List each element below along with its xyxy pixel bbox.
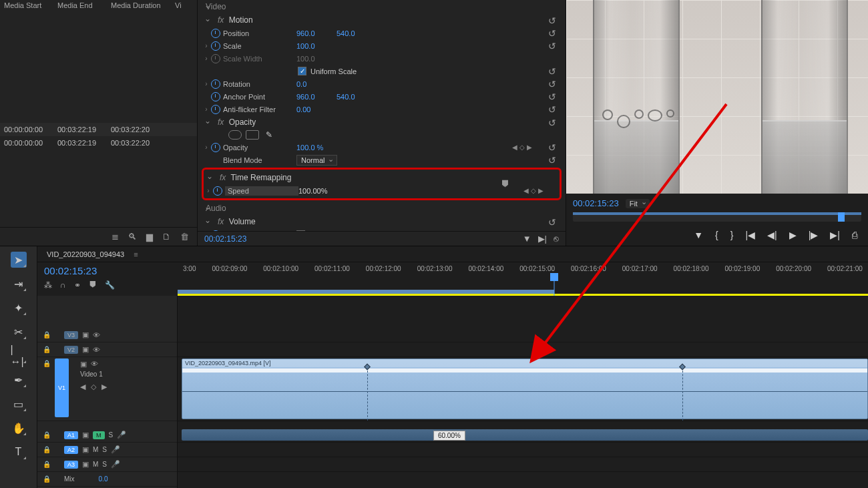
lock-icon[interactable]: 🔒 [43,431,51,439]
preview-playhead[interactable] [838,212,845,222]
speed-value[interactable]: 100.00% [298,187,327,195]
reset-icon[interactable]: ↺ [548,142,556,153]
preview-viewport[interactable] [566,0,868,194]
goto-in-icon[interactable]: |◀ [745,230,755,240]
position-y-value[interactable]: 540.0 [337,29,377,37]
mix-value[interactable]: 0.0 [99,475,108,483]
mute-button[interactable]: M [93,461,98,468]
magnet-icon[interactable]: ∩ [60,280,66,290]
keyframe-nav[interactable]: ◀ ◇ ▶ [512,144,532,151]
fx-motion[interactable]: fx Motion ↺ [202,13,566,27]
link-icon[interactable]: ⚭ [74,280,81,290]
track-content[interactable]: VID_20220903_094943.mp4 [V] 60.00% [178,296,868,488]
toggle-output-icon[interactable]: ▣ [80,360,87,369]
share-icon[interactable]: ⎋ [554,234,559,244]
toggle-output-icon[interactable]: ▣ [82,431,89,439]
keyframe-marker[interactable] [682,367,683,421]
new-bin-icon[interactable]: ▆ [146,232,153,242]
lock-icon[interactable]: 🔒 [43,446,51,453]
eye-icon[interactable]: 👁 [93,346,100,354]
uniform-scale-checkbox[interactable]: ✓ [298,67,306,75]
timeline-ruler[interactable]: 3:0000:02:09:0000:02:10:0000:02:11:0000:… [178,262,868,296]
col-video[interactable]: Vi [171,1,190,9]
track-badge[interactable]: V1 [55,358,69,417]
antiflicker-value[interactable]: 0.00 [296,105,337,113]
new-item-icon[interactable]: 🗋 [162,232,171,242]
reset-icon[interactable]: ↺ [548,15,556,26]
track-badge[interactable]: V2 [64,346,78,354]
razor-tool[interactable]: ✂ [11,324,27,340]
col-media-duration[interactable]: Media Duration [107,1,171,9]
reset-icon[interactable]: ↺ [548,28,556,39]
export-frame-icon[interactable]: ⎙ [852,230,857,240]
toggle-output-icon[interactable]: ▣ [82,445,89,454]
hand-tool[interactable]: ✋ [11,420,27,436]
reset-icon[interactable]: ↺ [548,66,556,77]
pen-tool[interactable]: ✒ [11,372,27,388]
stopwatch-icon[interactable] [213,186,222,196]
filter-icon[interactable]: ▼ [523,234,531,244]
rect-mask-icon[interactable] [246,130,259,140]
fx-timecode[interactable]: 00:02:15:23 [204,234,516,244]
track-header-mix[interactable]: 🔒 Mix 0.0 [37,472,177,487]
track-header-v2[interactable]: 🔒 V2 ▣ 👁 [37,342,177,357]
eye-icon[interactable]: 👁 [91,360,98,369]
stopwatch-icon[interactable] [211,105,220,114]
track-badge[interactable]: A3 [64,461,78,469]
lane-v1[interactable]: VID_20220903_094943.mp4 [V] [178,357,868,421]
track-badge[interactable]: V3 [64,331,78,339]
step-fwd-icon[interactable]: |▶ [809,230,819,240]
goto-out-icon[interactable]: ▶| [830,230,840,240]
pen-mask-icon[interactable]: ✎ [266,130,272,140]
keyframe-marker[interactable] [367,367,368,421]
lock-icon[interactable]: 🔒 [43,475,51,483]
step-back-icon[interactable]: ◀| [767,230,777,240]
rotation-value[interactable]: 0.0 [296,80,337,88]
track-badge[interactable]: A2 [64,446,78,454]
mark-out-icon[interactable]: } [730,230,734,240]
lane-v2[interactable] [178,342,868,357]
stopwatch-icon[interactable] [211,230,220,232]
track-select-tool[interactable]: ⇥ [11,276,27,292]
lock-icon[interactable]: 🔒 [43,360,51,367]
reset-icon[interactable]: ↺ [548,91,556,102]
stopwatch-icon[interactable] [211,29,220,38]
mark-in-icon[interactable]: { [715,230,718,240]
opacity-value[interactable]: 100.0 % [296,144,337,152]
snap-icon[interactable]: ⁂ [44,280,52,290]
bypass-checkbox[interactable] [296,230,305,231]
sequence-tab[interactable]: VID_20220903_094943 [47,250,124,258]
lock-icon[interactable]: 🔒 [43,346,51,353]
next-kf-icon[interactable]: ▶ [101,383,107,391]
eye-icon[interactable]: 👁 [93,331,100,339]
track-badge[interactable]: A1 [64,431,78,439]
fx-opacity[interactable]: fx Opacity ↺ [202,115,566,129]
stopwatch-icon[interactable] [211,92,220,101]
marker-tool-icon[interactable]: ⛊ [89,280,97,290]
rectangle-tool[interactable]: ▭ [11,396,27,412]
stopwatch-icon[interactable] [211,79,220,89]
reset-icon[interactable]: ↺ [548,117,556,128]
mute-button[interactable]: M [93,431,105,439]
media-row[interactable]: 00:00:00:00 00:03:22:19 00:03:22:20 [0,136,197,150]
preview-timecode[interactable]: 00:02:15:23 [573,198,619,208]
stopwatch-icon[interactable] [211,41,220,51]
position-x-value[interactable]: 960.0 [296,29,337,37]
lane-a1[interactable]: 60.00% [178,428,868,443]
toggle-output-icon[interactable]: ▣ [82,345,89,354]
track-header-v3[interactable]: 🔒 V3 ▣ 👁 [37,328,177,342]
prev-kf-icon[interactable]: ◀ [80,383,85,391]
reset-icon[interactable]: ↺ [548,104,556,115]
track-header-a1[interactable]: 🔒 A1 ▣ M S 🎤 [37,428,177,443]
list-view-icon[interactable]: ≣ [112,232,119,242]
scale-value[interactable]: 100.0 [296,42,337,50]
voice-icon[interactable]: 🎤 [117,431,126,439]
media-row[interactable]: 00:00:00:00 00:03:22:19 00:03:22:20 [0,123,197,136]
solo-button[interactable]: S [102,461,107,468]
play-icon[interactable]: ▶ [789,230,797,240]
playhead-marker[interactable] [550,273,558,281]
reset-icon[interactable]: ↺ [548,41,556,51]
track-header-a3[interactable]: 🔒 A3 ▣ M S 🎤 [37,457,177,472]
ripple-edit-tool[interactable]: ✦ [11,300,27,316]
lane-v3[interactable] [178,328,868,342]
